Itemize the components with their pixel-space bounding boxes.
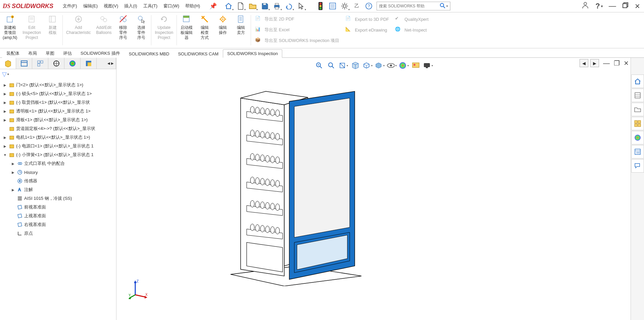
taskpane-file-explorer[interactable] xyxy=(631,103,644,116)
ribbon-new-template[interactable]: 新建 模板 xyxy=(44,12,62,48)
list-icon[interactable] xyxy=(327,0,338,12)
fm-tab-config[interactable] xyxy=(32,58,48,69)
apply-scene-button[interactable] xyxy=(411,60,421,71)
restore-button[interactable] xyxy=(622,2,629,10)
previous-view-button[interactable] xyxy=(338,60,348,71)
tab-sw-inspection[interactable]: SOLIDWORKS Inspection xyxy=(223,49,282,58)
search-icon[interactable] xyxy=(440,3,446,10)
export-2d-pdf[interactable]: 📄导出至 2D PDF xyxy=(255,14,345,25)
zoom-fit-button[interactable] xyxy=(314,60,324,71)
menu-edit[interactable]: 编辑(E) xyxy=(83,3,98,9)
ribbon-new-inspection-project[interactable]: ★ 新建检 查项目 (amp;N) xyxy=(0,12,20,48)
export-3d-pdf[interactable]: 📄Export to 3D PDF xyxy=(345,14,395,25)
tab-sw-cam[interactable]: SOLIDWORKS CAM xyxy=(174,50,223,58)
expand-arrow-icon[interactable]: ▶ xyxy=(3,101,7,104)
view-orientation-button[interactable] xyxy=(362,60,373,71)
tree-item[interactable]: ▶货道固定板<4>->? (默认<<默认>_显示状 xyxy=(1,124,116,133)
expand-arrow-icon[interactable]: ▶ xyxy=(3,118,7,122)
ribbon-edit-vendor[interactable]: 编辑 卖方 xyxy=(232,12,250,48)
taskpane-appearances[interactable] xyxy=(631,131,644,144)
menu-insert[interactable]: 插入(I) xyxy=(124,3,137,9)
doc-close-button[interactable]: × xyxy=(624,58,629,68)
expand-arrow-icon[interactable]: ▶ xyxy=(3,109,7,113)
menu-file[interactable]: 文件(F) xyxy=(63,3,77,9)
pin-icon[interactable]: 📌 xyxy=(209,2,217,10)
options-gear-button[interactable] xyxy=(339,0,350,12)
undo-button[interactable] xyxy=(283,0,295,12)
expand-arrow-icon[interactable]: ▶ xyxy=(3,144,7,148)
ribbon-select-balloon-sn[interactable]: 选择 零件 序号 xyxy=(132,12,150,48)
tab-assembly[interactable]: 装配体 xyxy=(2,49,24,58)
taskpane-custom-props[interactable] xyxy=(631,145,644,158)
tree-subitem[interactable]: ▶History xyxy=(1,168,116,177)
export-excel[interactable]: 📊导出至 Excel xyxy=(255,25,345,35)
tree-item[interactable]: ▶电机1<1> (默认<<默认>_显示状态 1>) xyxy=(1,133,116,142)
expand-arrow-icon[interactable]: ▶ xyxy=(11,171,15,174)
fm-tab-appearance[interactable] xyxy=(81,58,97,69)
ribbon-launch-template-editor[interactable]: 启动模 板编辑 器 xyxy=(178,12,196,48)
tree-item[interactable]: ▶透明板<1> (默认<<默认>_显示状态 1> xyxy=(1,107,116,116)
tree-item[interactable]: ▶(-) 取货挡板<1> (默认<<默认>_显示状 xyxy=(1,98,116,107)
taskpane-design-library[interactable] xyxy=(631,89,644,102)
ribbon-edit-operation[interactable]: 编辑 操作 xyxy=(214,12,232,48)
taskpane-home[interactable] xyxy=(631,75,644,88)
tab-sw-mbd[interactable]: SOLIDWORKS MBD xyxy=(125,50,174,58)
expand-arrow-icon[interactable]: ▶ xyxy=(3,92,7,96)
menu-help[interactable]: 帮助(H) xyxy=(185,3,200,9)
edit-appearance-button[interactable] xyxy=(399,60,409,71)
tree-item[interactable]: ▼(-) 小弹簧<1> (默认<<默认>_显示状态 1 xyxy=(1,150,116,159)
taskpane-forum[interactable] xyxy=(631,159,644,173)
next-doc-button[interactable]: ▶ xyxy=(590,59,599,67)
help-search-box[interactable]: ▾ xyxy=(377,2,450,10)
select-button[interactable] xyxy=(295,0,307,12)
tree-subitem[interactable]: ▶上视基准面 xyxy=(1,212,116,220)
expand-arrow-icon[interactable]: ▶ xyxy=(3,83,7,87)
ruler-icon[interactable]: 乙 xyxy=(351,0,362,12)
fm-tab-tree[interactable] xyxy=(0,58,16,69)
tree-subitem[interactable]: ▶右视基准面 xyxy=(1,220,116,229)
tab-evaluate[interactable]: 评估 xyxy=(59,49,76,58)
fm-tab-display[interactable] xyxy=(64,58,81,69)
print-button[interactable] xyxy=(271,0,283,12)
hide-show-button[interactable] xyxy=(387,60,397,71)
tree-item[interactable]: ▶(-) 电源口<1> (默认<<默认>_显示状态 1 xyxy=(1,142,116,150)
tree-subitem[interactable]: ▶A注解 xyxy=(1,185,116,194)
taskpane-view-palette[interactable] xyxy=(631,117,644,130)
orientation-triad[interactable]: Z X Y xyxy=(129,280,149,300)
ribbon-edit-inspection-method[interactable]: 编辑 检查 方式 xyxy=(196,12,214,48)
qualityxpert[interactable]: ✔QualityXpert xyxy=(395,14,435,25)
expand-arrow-icon[interactable]: ▶ xyxy=(11,188,15,192)
help-search-input[interactable] xyxy=(379,4,440,8)
tree-item[interactable]: ▶门<2> (默认<<默认>_显示状态 1>) xyxy=(1,81,116,89)
fm-tab-property[interactable] xyxy=(16,58,32,69)
ribbon-update-inspection[interactable]: Update Inspection Project xyxy=(152,12,176,48)
tree-item[interactable]: ▶(-) 锁头<5> (默认<<默认>_显示状态 1> xyxy=(1,89,116,98)
zoom-area-button[interactable] xyxy=(326,60,336,71)
tree-subitem[interactable]: ▶传感器 xyxy=(1,177,116,185)
menu-window[interactable]: 窗口(W) xyxy=(163,3,179,9)
ribbon-remove-balloon-sn[interactable]: 移除 零件 序号 xyxy=(114,12,132,48)
tab-sw-addins[interactable]: SOLIDWORKS 插件 xyxy=(76,49,125,58)
doc-restore-button[interactable]: ❐ xyxy=(614,59,620,67)
net-inspect[interactable]: 🌐Net-Inspect xyxy=(395,25,435,35)
save-button[interactable] xyxy=(259,0,270,12)
export-edrawing[interactable]: 📐Export eDrawing xyxy=(345,25,395,35)
traffic-light-icon[interactable] xyxy=(315,0,326,12)
tab-sketch[interactable]: 草图 xyxy=(41,49,59,58)
menu-tools[interactable]: 工具(T) xyxy=(143,3,158,9)
tree-subitem[interactable]: ▶原点 xyxy=(1,229,116,238)
export-swi-project[interactable]: 📦导出至 SOLIDWORKS Inspection 项目 xyxy=(255,35,345,46)
display-style-button[interactable] xyxy=(375,60,385,71)
ribbon-add-edit-balloons[interactable]: Add/Edit Balloons xyxy=(93,12,114,48)
user-icon[interactable] xyxy=(581,1,589,11)
tree-subitem[interactable]: ▶前视基准面 xyxy=(1,203,116,212)
help-dropdown[interactable]: ? ▾ xyxy=(595,2,602,10)
graphics-viewport[interactable]: ◀ ▶ — ❐ × xyxy=(116,58,631,320)
ribbon-edit-inspection-project[interactable]: Edit Inspection Project xyxy=(20,12,44,48)
expand-arrow-icon[interactable]: ▶ xyxy=(3,136,7,139)
tab-layout[interactable]: 布局 xyxy=(24,49,41,58)
ribbon-add-characteristic[interactable]: Add Characteristic xyxy=(63,12,93,48)
view-settings-button[interactable] xyxy=(423,60,433,71)
tree-subitem[interactable]: ▶AISI 1015 钢，冷拔 (SS) xyxy=(1,194,116,203)
tree-item[interactable]: ▶滑板<1> (默认<<默认>_显示状态 1>) xyxy=(1,116,116,124)
